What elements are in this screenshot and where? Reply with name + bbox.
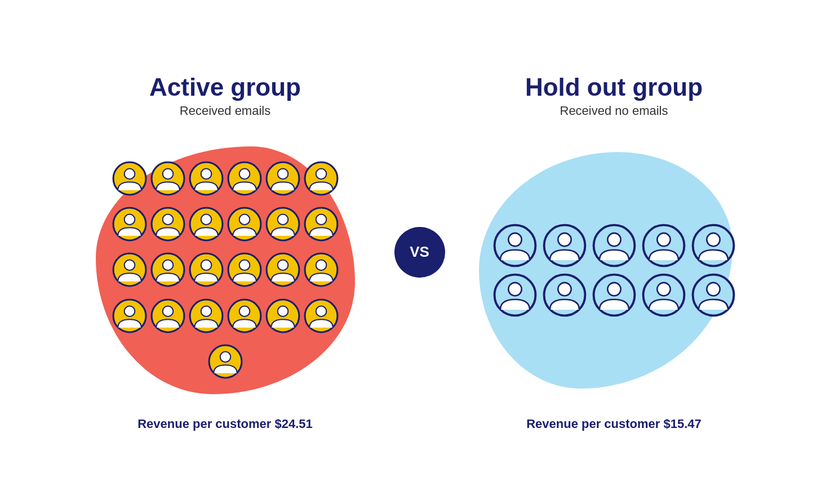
list-item [592, 224, 636, 267]
list-item [493, 273, 537, 317]
active-group-subtitle: Received emails [180, 104, 270, 118]
list-item [112, 252, 147, 287]
svg-point-41 [201, 306, 211, 316]
svg-point-21 [277, 215, 288, 225]
svg-point-35 [316, 260, 326, 271]
person-icon [189, 161, 224, 196]
person-icon [493, 273, 537, 317]
list-item [112, 207, 147, 242]
svg-point-11 [316, 169, 326, 180]
list-item [189, 298, 224, 333]
active-group-panel: Active group Received emails [62, 73, 389, 431]
svg-point-31 [239, 260, 250, 271]
svg-point-7 [239, 169, 250, 180]
list-item [304, 298, 339, 333]
active-group-revenue: Revenue per customer $24.51 [137, 417, 313, 431]
list-item [304, 252, 339, 287]
person-icon [112, 252, 147, 287]
list-item [150, 252, 185, 287]
svg-point-65 [607, 282, 620, 295]
person-icon [189, 252, 224, 287]
list-item [227, 207, 262, 242]
person-icon [642, 224, 686, 267]
svg-point-55 [607, 233, 620, 246]
svg-point-51 [508, 233, 521, 246]
list-item [208, 344, 243, 379]
person-icon [265, 161, 300, 196]
person-icon [112, 207, 147, 242]
person-icon [112, 161, 147, 196]
list-item [304, 207, 339, 242]
active-group-blob-container [85, 135, 366, 405]
person-icon [592, 273, 636, 317]
person-icon [150, 298, 185, 333]
svg-point-17 [201, 215, 211, 225]
list-item [150, 207, 185, 242]
person-icon [150, 252, 185, 287]
list-item [112, 298, 147, 333]
main-container: Active group Received emails [0, 0, 839, 504]
svg-point-69 [707, 282, 720, 295]
active-group-icons [85, 135, 366, 405]
person-icon [691, 273, 735, 317]
svg-point-1 [124, 169, 135, 180]
person-icon [227, 252, 262, 287]
svg-point-27 [162, 260, 173, 271]
vs-circle: VS [394, 227, 445, 278]
person-icon [150, 161, 185, 196]
person-icon [304, 161, 339, 196]
svg-point-23 [316, 215, 326, 225]
vs-label: VS [410, 243, 429, 261]
person-icon [189, 207, 224, 242]
list-item [642, 224, 686, 267]
svg-point-19 [239, 215, 250, 225]
holdout-group-revenue: Revenue per customer $15.47 [526, 417, 702, 431]
svg-point-3 [162, 169, 173, 180]
list-item [265, 252, 300, 287]
list-item [543, 224, 587, 267]
list-item [227, 252, 262, 287]
list-item [189, 252, 224, 287]
holdout-group-icons [473, 135, 755, 405]
svg-point-43 [239, 306, 250, 316]
person-icon [189, 298, 224, 333]
holdout-row-1 [493, 224, 735, 267]
svg-point-5 [201, 169, 211, 180]
list-item [227, 161, 262, 196]
person-icon [304, 207, 339, 242]
svg-point-15 [162, 215, 173, 225]
person-icon [304, 298, 339, 333]
holdout-group-subtitle: Received no emails [560, 104, 668, 118]
list-item [150, 298, 185, 333]
svg-point-25 [124, 260, 135, 271]
list-item [543, 273, 587, 317]
list-item [691, 224, 735, 267]
list-item [189, 161, 224, 196]
list-item [265, 207, 300, 242]
svg-point-39 [162, 306, 173, 316]
person-icon [150, 207, 185, 242]
person-icon [642, 273, 686, 317]
svg-point-63 [558, 282, 571, 295]
person-icon [227, 207, 262, 242]
list-item [150, 161, 185, 196]
holdout-group-title: Hold out group [525, 73, 703, 101]
holdout-group-panel: Hold out group Received no emails [451, 73, 778, 431]
svg-point-47 [316, 306, 326, 316]
list-item [189, 207, 224, 242]
svg-point-57 [657, 233, 670, 246]
person-icon [691, 224, 735, 267]
svg-point-61 [508, 282, 521, 295]
svg-point-49 [220, 351, 230, 362]
svg-point-33 [277, 260, 288, 271]
holdout-group-blob-container [473, 135, 755, 405]
active-group-title: Active group [149, 73, 301, 101]
person-icon [592, 224, 636, 267]
svg-point-13 [124, 215, 135, 225]
person-icon [265, 298, 300, 333]
svg-point-53 [558, 233, 571, 246]
svg-point-67 [657, 282, 670, 295]
list-item [265, 161, 300, 196]
person-icon [208, 344, 243, 379]
person-icon [265, 207, 300, 242]
